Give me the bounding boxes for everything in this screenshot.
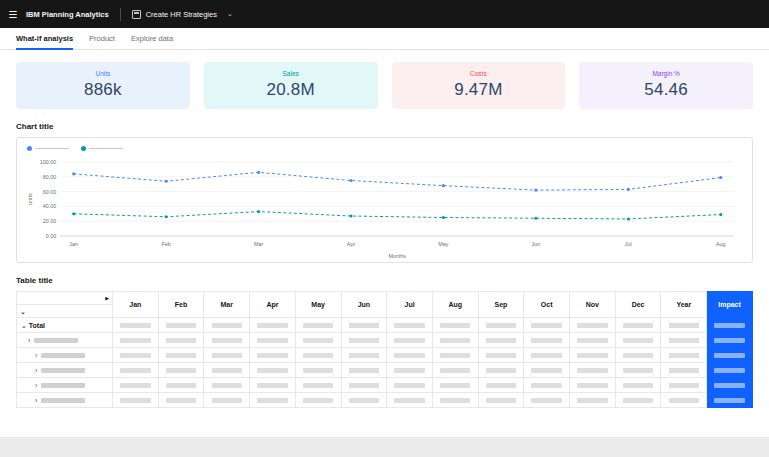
cell-skeleton	[531, 398, 561, 403]
column-header-feb[interactable]: Feb	[158, 292, 204, 318]
menu-button[interactable]: ☰	[0, 9, 26, 20]
table-wrap: ▶⌄JanFebMarAprMayJunJulAugSepOctNovDecYe…	[16, 291, 753, 408]
tab-what-if-analysis[interactable]: What-if analysis	[16, 28, 73, 50]
kpi-row: Units 886k Sales 20.8M Costs 9.47M Margi…	[0, 50, 769, 109]
kpi-value: 886k	[16, 80, 190, 100]
cell-skeleton	[394, 368, 424, 373]
data-cell	[341, 393, 387, 408]
expand-rows-icon[interactable]: ⌄	[20, 308, 26, 315]
column-header-dec[interactable]: Dec	[615, 292, 661, 318]
workspace-switcher[interactable]: Create HR Strategies ⌄	[132, 10, 233, 19]
column-header-sep[interactable]: Sep	[478, 292, 524, 318]
row-header[interactable]: ›	[17, 363, 113, 378]
hamburger-icon: ☰	[9, 9, 18, 20]
data-cell	[113, 363, 159, 378]
data-cell	[478, 378, 524, 393]
cell-skeleton	[166, 353, 196, 358]
data-cell	[295, 378, 341, 393]
workspace-icon	[132, 10, 141, 19]
cell-skeleton	[349, 398, 379, 403]
cell-skeleton	[486, 383, 516, 388]
data-cell	[570, 393, 616, 408]
column-header-apr[interactable]: Apr	[250, 292, 296, 318]
cell-skeleton	[120, 398, 150, 403]
row-header[interactable]: ›	[17, 348, 113, 363]
cell-skeleton	[486, 338, 516, 343]
data-cell	[204, 348, 250, 363]
data-cell	[387, 348, 433, 363]
cell-skeleton	[577, 368, 607, 373]
cell-skeleton	[486, 398, 516, 403]
cell-skeleton	[486, 368, 516, 373]
data-cell	[387, 393, 433, 408]
impact-cell	[707, 378, 753, 393]
data-cell	[387, 363, 433, 378]
column-header-jun[interactable]: Jun	[341, 292, 387, 318]
expand-row-icon[interactable]: ›	[35, 367, 37, 374]
data-cell	[158, 393, 204, 408]
column-header-year[interactable]: Year	[661, 292, 707, 318]
column-header-jan[interactable]: Jan	[113, 292, 159, 318]
row-header[interactable]: ›	[17, 378, 113, 393]
data-cell	[113, 333, 159, 348]
chart-title: Chart title	[16, 122, 753, 131]
column-header-impact[interactable]: Impact	[707, 292, 753, 318]
tab-explore-data[interactable]: Explore data	[131, 28, 173, 50]
expand-row-icon[interactable]: ›	[28, 337, 30, 344]
tab-product[interactable]: Product	[89, 28, 115, 50]
expand-row-icon[interactable]: ›	[35, 397, 37, 404]
cell-skeleton	[257, 383, 287, 388]
cell-skeleton	[394, 338, 424, 343]
app-brand[interactable]: IBM Planning Analytics	[26, 10, 109, 19]
data-cell	[295, 348, 341, 363]
column-header-may[interactable]: May	[295, 292, 341, 318]
chart-legend	[27, 146, 744, 151]
row-label: Total	[29, 322, 45, 329]
cell-skeleton	[531, 338, 561, 343]
column-header-jul[interactable]: Jul	[387, 292, 433, 318]
data-cell	[295, 393, 341, 408]
cell-skeleton	[166, 398, 196, 403]
column-header-mar[interactable]: Mar	[204, 292, 250, 318]
legend-dot-icon	[27, 146, 32, 151]
column-header-nov[interactable]: Nov	[570, 292, 616, 318]
data-cell	[432, 318, 478, 333]
table-row: ›	[17, 333, 753, 348]
data-cell	[295, 318, 341, 333]
cell-skeleton	[394, 323, 424, 328]
cell-skeleton	[257, 338, 287, 343]
svg-text:Months: Months	[388, 253, 406, 259]
cell-skeleton	[257, 398, 287, 403]
expand-columns-icon[interactable]: ▶	[105, 296, 109, 301]
cell-skeleton	[120, 338, 150, 343]
column-header-oct[interactable]: Oct	[524, 292, 570, 318]
cell-skeleton	[714, 368, 745, 373]
cell-skeleton	[166, 323, 196, 328]
data-cell	[158, 333, 204, 348]
data-cell	[524, 363, 570, 378]
cell-skeleton	[577, 323, 607, 328]
data-cell	[341, 348, 387, 363]
cell-skeleton	[303, 368, 333, 373]
row-header[interactable]: ›	[17, 393, 113, 408]
cell-skeleton	[440, 398, 470, 403]
legend-item-series-1[interactable]	[27, 146, 69, 151]
cell-skeleton	[212, 323, 242, 328]
kpi-label: Units	[16, 70, 190, 77]
cell-skeleton	[394, 353, 424, 358]
legend-item-series-2[interactable]	[81, 146, 123, 151]
column-header-aug[interactable]: Aug	[432, 292, 478, 318]
data-cell	[432, 333, 478, 348]
expand-row-icon[interactable]: ›	[35, 352, 37, 359]
row-header-total[interactable]: ⌄ Total	[17, 318, 113, 333]
row-header[interactable]: ›	[17, 333, 113, 348]
data-cell	[113, 393, 159, 408]
data-cell	[570, 378, 616, 393]
cell-skeleton	[714, 353, 745, 358]
expand-row-icon[interactable]: ›	[35, 382, 37, 389]
app-header: ☰ IBM Planning Analytics Create HR Strat…	[0, 0, 769, 28]
data-cell	[524, 378, 570, 393]
collapse-row-icon[interactable]: ⌄	[21, 322, 27, 329]
table-corner-cell[interactable]: ▶⌄	[17, 292, 113, 318]
cell-skeleton	[257, 323, 287, 328]
